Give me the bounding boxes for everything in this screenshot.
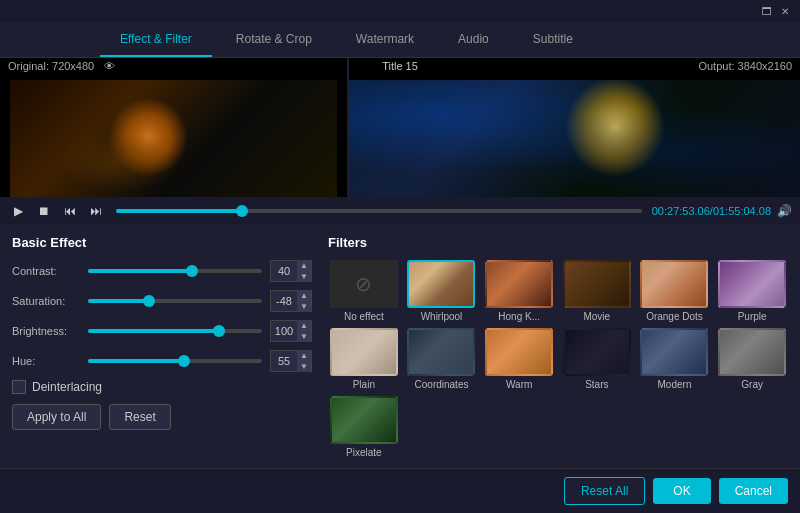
contrast-value-box: 40 ▲ ▼: [270, 260, 312, 282]
filter-movie[interactable]: Movie: [561, 260, 633, 322]
hue-slider[interactable]: [88, 359, 262, 363]
filter-thumb-hongk: [485, 260, 553, 308]
play-button[interactable]: ▶: [8, 201, 28, 221]
filter-no-effect[interactable]: No effect: [328, 260, 400, 322]
ok-button[interactable]: OK: [653, 478, 710, 504]
contrast-slider[interactable]: [88, 269, 262, 273]
filter-name-purple: Purple: [738, 311, 767, 322]
brightness-up[interactable]: ▲: [297, 320, 311, 331]
filters-title: Filters: [328, 235, 788, 250]
filter-thumb-coordinates: [407, 328, 475, 376]
tab-rotate-crop[interactable]: Rotate & Crop: [216, 23, 332, 57]
prev-button[interactable]: ⏮: [60, 201, 80, 221]
brightness-fill: [88, 329, 219, 333]
progress-bar-thumb: [236, 205, 248, 217]
filter-pixelate[interactable]: Pixelate: [328, 396, 400, 458]
filter-thumb-orange-dots: [640, 260, 708, 308]
tab-watermark[interactable]: Watermark: [336, 23, 434, 57]
filter-plain[interactable]: Plain: [328, 328, 400, 390]
contrast-spinner[interactable]: ▲ ▼: [297, 260, 311, 282]
hue-up[interactable]: ▲: [297, 350, 311, 361]
video-frame-right: [349, 80, 800, 197]
brightness-slider[interactable]: [88, 329, 262, 333]
basic-effect-panel: Basic Effect Contrast: 40 ▲ ▼ Sat: [12, 235, 312, 458]
filter-name-pixelate: Pixelate: [346, 447, 382, 458]
brightness-value-box: 100 ▲ ▼: [270, 320, 312, 342]
brightness-value: 100: [271, 320, 297, 342]
filter-orange-dots[interactable]: Orange Dots: [639, 260, 711, 322]
saturation-up[interactable]: ▲: [297, 290, 311, 301]
filters-panel: Filters No effect Whirlpool Hong K...: [328, 235, 788, 458]
video-frame-left: [10, 80, 337, 197]
filter-name-plain: Plain: [353, 379, 375, 390]
saturation-label: Saturation:: [12, 295, 80, 307]
saturation-thumb: [143, 295, 155, 307]
filter-warm[interactable]: Warm: [483, 328, 555, 390]
cancel-button[interactable]: Cancel: [719, 478, 788, 504]
filter-name-coordinates: Coordinates: [415, 379, 469, 390]
contrast-row: Contrast: 40 ▲ ▼: [12, 260, 312, 282]
filter-name-gray: Gray: [741, 379, 763, 390]
contrast-thumb: [186, 265, 198, 277]
filter-name-no-effect: No effect: [344, 311, 384, 322]
tab-subtitle[interactable]: Subtitle: [513, 23, 593, 57]
reset-button[interactable]: Reset: [109, 404, 170, 430]
bottom-action-bar: Reset All OK Cancel: [0, 468, 800, 513]
filter-thumb-whirlpool: [407, 260, 475, 308]
hue-label: Hue:: [12, 355, 80, 367]
tab-effect-filter[interactable]: Effect & Filter: [100, 23, 212, 57]
filter-thumb-modern: [640, 328, 708, 376]
filter-purple[interactable]: Purple: [716, 260, 788, 322]
filter-thumb-movie: [563, 260, 631, 308]
filter-coordinates[interactable]: Coordinates: [406, 328, 478, 390]
brightness-down[interactable]: ▼: [297, 331, 311, 342]
apply-to-all-button[interactable]: Apply to All: [12, 404, 101, 430]
contrast-down[interactable]: ▼: [297, 271, 311, 282]
deinterlace-row: Deinterlacing: [12, 380, 312, 394]
saturation-value-box: -48 ▲ ▼: [270, 290, 312, 312]
filter-thumb-gray: [718, 328, 786, 376]
hue-row: Hue: 55 ▲ ▼: [12, 350, 312, 372]
next-button[interactable]: ⏭: [86, 201, 106, 221]
brightness-label: Brightness:: [12, 325, 80, 337]
filter-whirlpool[interactable]: Whirlpool: [406, 260, 478, 322]
action-buttons: Apply to All Reset: [12, 404, 312, 430]
minimize-button[interactable]: 🗖: [760, 4, 774, 18]
contrast-up[interactable]: ▲: [297, 260, 311, 271]
hue-spinner[interactable]: ▲ ▼: [297, 350, 311, 372]
close-button[interactable]: ✕: [778, 4, 792, 18]
reset-all-button[interactable]: Reset All: [564, 477, 645, 505]
filter-modern[interactable]: Modern: [639, 328, 711, 390]
filter-name-modern: Modern: [658, 379, 692, 390]
brightness-row: Brightness: 100 ▲ ▼: [12, 320, 312, 342]
playback-bar: ▶ ⏹ ⏮ ⏭ 00:27:53.06/01:55:04.08 🔊: [0, 197, 800, 225]
filter-stars[interactable]: Stars: [561, 328, 633, 390]
saturation-slider[interactable]: [88, 299, 262, 303]
saturation-row: Saturation: -48 ▲ ▼: [12, 290, 312, 312]
contrast-value: 40: [271, 260, 297, 282]
eye-icon[interactable]: 👁: [104, 60, 115, 72]
hue-fill: [88, 359, 184, 363]
volume-icon[interactable]: 🔊: [777, 204, 792, 218]
filter-gray[interactable]: Gray: [716, 328, 788, 390]
filter-hongk[interactable]: Hong K...: [483, 260, 555, 322]
main-content: Original: 720x480 👁 Title 15 Output: 384…: [0, 58, 800, 513]
filter-thumb-purple: [718, 260, 786, 308]
stop-button[interactable]: ⏹: [34, 201, 54, 221]
hue-value: 55: [271, 350, 297, 372]
filter-name-whirlpool: Whirlpool: [421, 311, 463, 322]
title-label: Title 15: [382, 60, 418, 72]
saturation-down[interactable]: ▼: [297, 301, 311, 312]
saturation-spinner[interactable]: ▲ ▼: [297, 290, 311, 312]
filter-thumb-plain: [330, 328, 398, 376]
hue-down[interactable]: ▼: [297, 361, 311, 372]
progress-bar[interactable]: [116, 209, 642, 213]
filters-grid: No effect Whirlpool Hong K... Movie: [328, 260, 788, 458]
filter-thumb-pixelate: [330, 396, 398, 444]
original-label: Original: 720x480 👁: [8, 60, 115, 72]
deinterlace-checkbox[interactable]: [12, 380, 26, 394]
preview-right: Output: 3840x2160: [349, 58, 800, 197]
brightness-spinner[interactable]: ▲ ▼: [297, 320, 311, 342]
filter-name-movie: Movie: [583, 311, 610, 322]
tab-audio[interactable]: Audio: [438, 23, 509, 57]
